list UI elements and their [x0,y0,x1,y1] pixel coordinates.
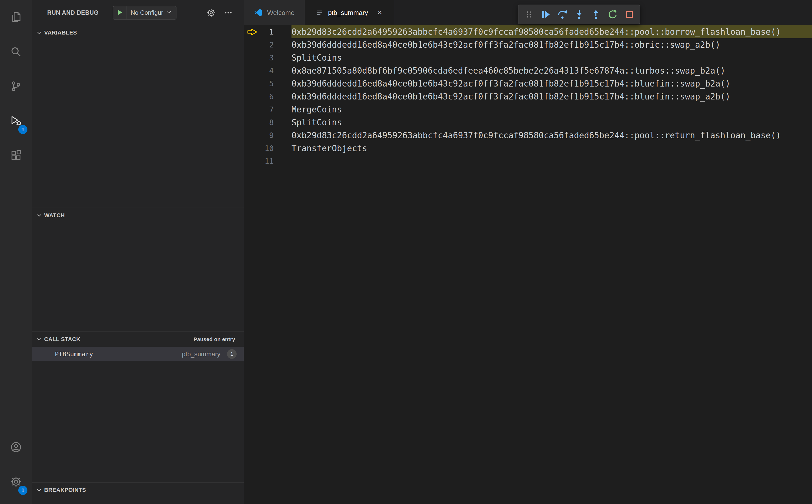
code-line: 40x8ae871505a80d8bf6bf9c05906cda6edfeea4… [244,64,812,77]
step-out-button[interactable] [588,6,604,23]
tab-Welcome[interactable]: Welcome [244,0,305,25]
activity-bar-item-explorer[interactable] [0,0,32,35]
debug-configuration-dropdown[interactable]: No Configur [126,6,176,19]
gutter[interactable]: 3 [244,51,291,64]
debug-configuration-label: No Configur [130,9,163,16]
line-number: 3 [269,51,274,64]
run-and-debug-icon [10,115,22,127]
gutter[interactable]: 8 [244,116,291,129]
line-text[interactable]: SplitCoins [291,51,812,64]
variables-section-header[interactable]: VARIABLES [32,25,244,40]
code-line: 8SplitCoins [244,116,812,129]
frame-badge: 1 [227,349,237,359]
more-actions-icon[interactable] [224,8,232,17]
step-over-button[interactable] [554,6,571,23]
breakpoints-section-label: BREAKPOINTS [44,487,86,493]
step-out-icon [591,9,601,20]
explorer-icon [10,11,22,23]
close-icon[interactable]: × [375,8,383,18]
watch-body [32,223,244,331]
gripper-icon [525,10,533,19]
tab-ptb_summary[interactable]: ptb_summary× [305,0,394,25]
line-number: 6 [269,90,274,103]
activity-bar-item-accounts[interactable] [0,430,32,464]
activity-bar: 1 1 [0,0,32,504]
run-and-debug-sidebar: RUN AND DEBUG No Configur [32,0,244,504]
activity-badge: 1 [18,125,27,134]
gear-icon [10,476,22,488]
debug-launch-control: No Configur [113,6,176,20]
gutter[interactable]: 7 [244,103,291,116]
restart-icon [608,9,618,20]
activity-bar-item-run-and-debug[interactable]: 1 [0,104,32,138]
line-text[interactable]: 0xb39d6dddedd16ed8a40ce0b1e6b43c92acf0ff… [291,77,812,90]
debug-toolbar [518,5,640,24]
start-debugging-button[interactable] [113,6,126,19]
line-text[interactable]: 0xb39d6dddedd16ed8a40ce0b1e6b43c92acf0ff… [291,38,812,51]
code-line: 3SplitCoins [244,51,812,64]
tab-label: ptb_summary [328,9,368,17]
call-stack-section-header[interactable]: CALL STACK Paused on entry [32,332,244,347]
search-icon [10,46,22,58]
gutter[interactable]: 6 [244,90,291,103]
step-into-icon [574,9,584,20]
line-text[interactable]: TransferObjects [291,142,812,155]
file-icon [315,9,323,17]
line-text[interactable]: 0xb29d83c26cdd2a64959263abbcfc4a6937f0c9… [291,25,812,38]
line-text[interactable] [291,155,812,168]
gutter[interactable]: 11 [244,155,291,168]
frame-file: ptb_summary [182,350,220,358]
line-number: 11 [264,155,274,168]
code-line: 7MergeCoins [244,103,812,116]
line-text[interactable]: MergeCoins [291,103,812,116]
chevron-down-icon [36,30,42,36]
gutter[interactable]: 1 [244,25,291,38]
variables-body [32,40,244,208]
chevron-down-icon [36,212,42,219]
gutter[interactable]: 4 [244,64,291,77]
gutter[interactable]: 9 [244,129,291,142]
step-over-icon [557,9,568,20]
stop-button[interactable] [621,6,638,23]
call-stack-frame[interactable]: PTBSummaryptb_summary1 [32,347,244,361]
drag-handle-button[interactable] [521,6,537,23]
watch-pane: WATCH [32,208,244,331]
vscode-window: 1 1 RUN AND DEBUG No Configur [0,0,812,504]
account-icon [10,441,22,453]
call-stack-pane: CALL STACK Paused on entry PTBSummaryptb… [32,331,244,482]
watch-section-header[interactable]: WATCH [32,208,244,223]
debug-settings-gear-icon[interactable] [207,8,216,17]
breakpoints-section-header[interactable]: BREAKPOINTS [32,483,244,497]
continue-icon [541,9,551,20]
tabs-container: Welcomeptb_summary× [244,0,394,25]
activity-bar-item-source-control[interactable] [0,69,32,104]
activity-bar-item-settings[interactable]: 1 [0,464,32,499]
restart-button[interactable] [604,6,621,23]
code-line: 10TransferObjects [244,142,812,155]
code-line: 20xb39d6dddedd16ed8a40ce0b1e6b43c92acf0f… [244,38,812,51]
editor-group: Welcomeptb_summary× 10xb29d83c26cdd2a649… [244,0,812,504]
step-into-button[interactable] [571,6,588,23]
extensions-icon [10,149,22,161]
gutter[interactable]: 2 [244,38,291,51]
gutter[interactable]: 10 [244,142,291,155]
watch-section-label: WATCH [44,212,65,219]
line-text[interactable]: 0x8ae871505a80d8bf6bf9c05906cda6edfeea46… [291,64,812,77]
line-text[interactable]: SplitCoins [291,116,812,129]
activity-bar-bottom: 1 [0,430,32,504]
sidebar-title: RUN AND DEBUG [47,9,98,16]
tab-label: Welcome [267,9,294,17]
activity-bar-item-search[interactable] [0,35,32,69]
line-text[interactable]: 0xb29d83c26cdd2a64959263abbcfc4a6937f0c9… [291,129,812,142]
sidebar-header: RUN AND DEBUG No Configur [32,0,244,25]
gutter[interactable]: 5 [244,77,291,90]
current-line-arrow-icon [247,28,258,36]
continue-button[interactable] [537,6,554,23]
activity-bar-item-extensions[interactable] [0,138,32,173]
stop-icon [624,9,635,20]
variables-pane: VARIABLES [32,25,244,208]
code-line: 10xb29d83c26cdd2a64959263abbcfc4a6937f0c… [244,25,812,38]
line-number: 5 [269,77,274,90]
line-text[interactable]: 0xb39d6dddedd16ed8a40ce0b1e6b43c92acf0ff… [291,90,812,103]
code-line: 11 [244,155,812,168]
